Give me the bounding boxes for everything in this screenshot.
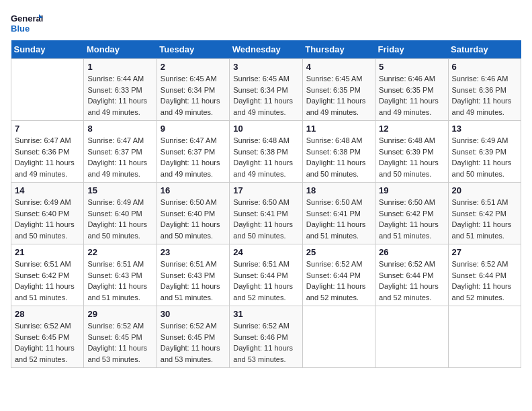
- calendar-cell: 10Sunrise: 6:48 AM Sunset: 6:38 PM Dayli…: [230, 121, 302, 183]
- calendar-cell: 12Sunrise: 6:48 AM Sunset: 6:39 PM Dayli…: [375, 121, 448, 183]
- day-number: 28: [15, 309, 80, 319]
- calendar-cell: 17Sunrise: 6:50 AM Sunset: 6:41 PM Dayli…: [230, 183, 302, 244]
- weekday-header: Monday: [84, 40, 157, 59]
- day-number: 4: [306, 62, 371, 72]
- calendar-cell: 11Sunrise: 6:48 AM Sunset: 6:38 PM Dayli…: [302, 121, 375, 183]
- calendar-cell: 15Sunrise: 6:49 AM Sunset: 6:40 PM Dayli…: [84, 183, 157, 244]
- day-number: 27: [452, 247, 517, 257]
- calendar-cell: 21Sunrise: 6:51 AM Sunset: 6:42 PM Dayli…: [11, 244, 84, 306]
- calendar-cell: 31Sunrise: 6:52 AM Sunset: 6:46 PM Dayli…: [230, 306, 302, 368]
- day-info: Sunrise: 6:52 AM Sunset: 6:45 PM Dayligh…: [87, 320, 152, 365]
- calendar-cell: 29Sunrise: 6:52 AM Sunset: 6:45 PM Dayli…: [84, 306, 157, 368]
- day-number: 5: [379, 62, 444, 72]
- day-number: 31: [233, 309, 298, 319]
- day-info: Sunrise: 6:44 AM Sunset: 6:33 PM Dayligh…: [87, 73, 152, 118]
- calendar-cell: 4Sunrise: 6:45 AM Sunset: 6:35 PM Daylig…: [302, 59, 375, 121]
- day-number: 17: [233, 185, 298, 195]
- calendar-cell: 22Sunrise: 6:51 AM Sunset: 6:43 PM Dayli…: [84, 244, 157, 306]
- day-number: 1: [87, 62, 152, 72]
- day-number: 20: [452, 185, 517, 195]
- calendar-cell: [302, 306, 375, 368]
- day-info: Sunrise: 6:47 AM Sunset: 6:36 PM Dayligh…: [15, 135, 80, 179]
- day-info: Sunrise: 6:49 AM Sunset: 6:40 PM Dayligh…: [15, 197, 80, 241]
- day-info: Sunrise: 6:52 AM Sunset: 6:44 PM Dayligh…: [306, 259, 371, 303]
- day-number: 30: [161, 309, 226, 319]
- logo-svg: General Blue: [11, 11, 43, 35]
- weekday-header: Sunday: [11, 40, 84, 59]
- calendar-cell: 24Sunrise: 6:51 AM Sunset: 6:44 PM Dayli…: [230, 244, 302, 306]
- day-number: 6: [452, 62, 517, 72]
- calendar-cell: 1Sunrise: 6:44 AM Sunset: 6:33 PM Daylig…: [84, 59, 157, 121]
- calendar-cell: 20Sunrise: 6:51 AM Sunset: 6:42 PM Dayli…: [448, 183, 521, 244]
- day-info: Sunrise: 6:46 AM Sunset: 6:35 PM Dayligh…: [379, 73, 444, 118]
- day-number: 24: [233, 247, 298, 257]
- weekday-header: Tuesday: [157, 40, 229, 59]
- day-number: 16: [161, 185, 226, 195]
- day-info: Sunrise: 6:52 AM Sunset: 6:45 PM Dayligh…: [161, 320, 226, 365]
- day-number: 3: [233, 62, 298, 72]
- calendar-cell: 23Sunrise: 6:51 AM Sunset: 6:43 PM Dayli…: [157, 244, 229, 306]
- day-info: Sunrise: 6:45 AM Sunset: 6:34 PM Dayligh…: [233, 73, 298, 118]
- calendar-week-row: 14Sunrise: 6:49 AM Sunset: 6:40 PM Dayli…: [11, 183, 521, 244]
- day-number: 22: [87, 247, 152, 257]
- weekday-header: Friday: [375, 40, 448, 59]
- calendar-cell: [11, 59, 84, 121]
- day-info: Sunrise: 6:48 AM Sunset: 6:39 PM Dayligh…: [379, 135, 444, 179]
- calendar-cell: 9Sunrise: 6:47 AM Sunset: 6:37 PM Daylig…: [157, 121, 229, 183]
- calendar-week-row: 21Sunrise: 6:51 AM Sunset: 6:42 PM Dayli…: [11, 244, 521, 306]
- day-number: 14: [15, 185, 80, 195]
- day-info: Sunrise: 6:48 AM Sunset: 6:38 PM Dayligh…: [306, 135, 371, 179]
- calendar-cell: 14Sunrise: 6:49 AM Sunset: 6:40 PM Dayli…: [11, 183, 84, 244]
- day-info: Sunrise: 6:50 AM Sunset: 6:42 PM Dayligh…: [379, 197, 444, 241]
- svg-text:Blue: Blue: [11, 24, 30, 34]
- day-number: 26: [379, 247, 444, 257]
- day-info: Sunrise: 6:51 AM Sunset: 6:44 PM Dayligh…: [233, 259, 298, 303]
- calendar-cell: [448, 306, 521, 368]
- page-header: General Blue: [11, 11, 521, 35]
- calendar-cell: 30Sunrise: 6:52 AM Sunset: 6:45 PM Dayli…: [157, 306, 229, 368]
- day-info: Sunrise: 6:46 AM Sunset: 6:36 PM Dayligh…: [452, 73, 517, 118]
- day-number: 2: [161, 62, 226, 72]
- calendar-cell: 28Sunrise: 6:52 AM Sunset: 6:45 PM Dayli…: [11, 306, 84, 368]
- day-info: Sunrise: 6:51 AM Sunset: 6:42 PM Dayligh…: [452, 197, 517, 241]
- calendar-cell: 26Sunrise: 6:52 AM Sunset: 6:44 PM Dayli…: [375, 244, 448, 306]
- day-number: 10: [233, 124, 298, 134]
- day-number: 7: [15, 124, 80, 134]
- day-number: 19: [379, 185, 444, 195]
- calendar-cell: 2Sunrise: 6:45 AM Sunset: 6:34 PM Daylig…: [157, 59, 229, 121]
- day-info: Sunrise: 6:47 AM Sunset: 6:37 PM Dayligh…: [87, 135, 152, 179]
- day-info: Sunrise: 6:50 AM Sunset: 6:41 PM Dayligh…: [306, 197, 371, 241]
- day-info: Sunrise: 6:52 AM Sunset: 6:44 PM Dayligh…: [452, 259, 517, 303]
- day-info: Sunrise: 6:48 AM Sunset: 6:38 PM Dayligh…: [233, 135, 298, 179]
- day-number: 21: [15, 247, 80, 257]
- day-number: 8: [87, 124, 152, 134]
- calendar-cell: 13Sunrise: 6:49 AM Sunset: 6:39 PM Dayli…: [448, 121, 521, 183]
- calendar-cell: 8Sunrise: 6:47 AM Sunset: 6:37 PM Daylig…: [84, 121, 157, 183]
- weekday-header: Wednesday: [230, 40, 302, 59]
- day-number: 9: [161, 124, 226, 134]
- day-info: Sunrise: 6:50 AM Sunset: 6:41 PM Dayligh…: [233, 197, 298, 241]
- svg-text:General: General: [11, 13, 43, 24]
- day-number: 11: [306, 124, 371, 134]
- calendar-cell: 25Sunrise: 6:52 AM Sunset: 6:44 PM Dayli…: [302, 244, 375, 306]
- calendar-week-row: 7Sunrise: 6:47 AM Sunset: 6:36 PM Daylig…: [11, 121, 521, 183]
- day-number: 29: [87, 309, 152, 319]
- day-info: Sunrise: 6:45 AM Sunset: 6:35 PM Dayligh…: [306, 73, 371, 118]
- weekday-header: Saturday: [448, 40, 521, 59]
- day-number: 18: [306, 185, 371, 195]
- day-info: Sunrise: 6:52 AM Sunset: 6:44 PM Dayligh…: [379, 259, 444, 303]
- calendar-cell: 16Sunrise: 6:50 AM Sunset: 6:40 PM Dayli…: [157, 183, 229, 244]
- day-info: Sunrise: 6:45 AM Sunset: 6:34 PM Dayligh…: [161, 73, 226, 118]
- day-number: 12: [379, 124, 444, 134]
- logo: General Blue: [11, 11, 43, 35]
- day-number: 23: [161, 247, 226, 257]
- day-info: Sunrise: 6:49 AM Sunset: 6:39 PM Dayligh…: [452, 135, 517, 179]
- calendar-cell: 6Sunrise: 6:46 AM Sunset: 6:36 PM Daylig…: [448, 59, 521, 121]
- day-info: Sunrise: 6:51 AM Sunset: 6:43 PM Dayligh…: [87, 259, 152, 303]
- calendar-table: SundayMondayTuesdayWednesdayThursdayFrid…: [11, 40, 521, 368]
- day-number: 25: [306, 247, 371, 257]
- calendar-cell: 5Sunrise: 6:46 AM Sunset: 6:35 PM Daylig…: [375, 59, 448, 121]
- weekday-header-row: SundayMondayTuesdayWednesdayThursdayFrid…: [11, 40, 521, 59]
- calendar-week-row: 28Sunrise: 6:52 AM Sunset: 6:45 PM Dayli…: [11, 306, 521, 368]
- calendar-week-row: 1Sunrise: 6:44 AM Sunset: 6:33 PM Daylig…: [11, 59, 521, 121]
